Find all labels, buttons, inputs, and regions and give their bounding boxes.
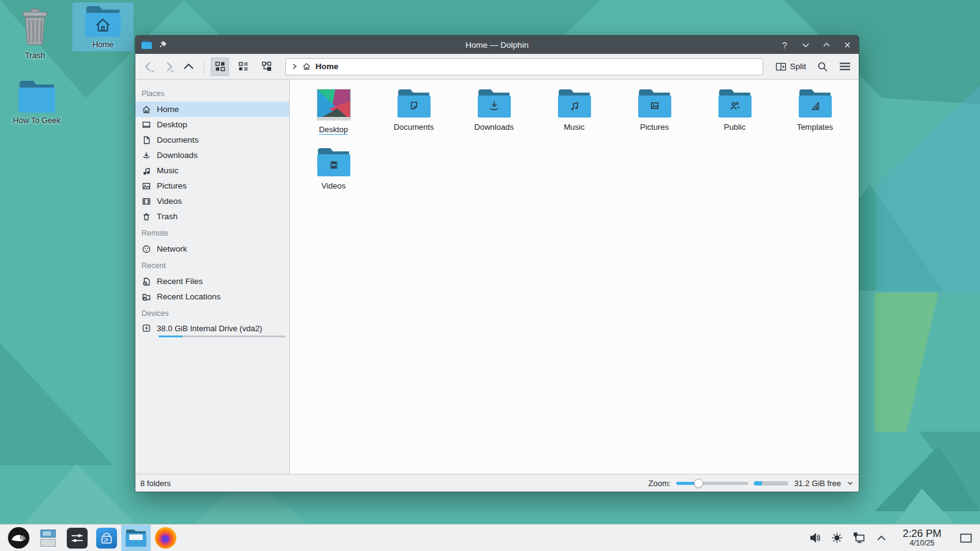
folder-item-pictures[interactable]: Pictures — [614, 87, 695, 146]
section-header-devices: Devices — [135, 304, 289, 321]
help-button[interactable]: ? — [779, 39, 790, 50]
folder-label: Public — [724, 123, 745, 131]
picture-icon — [141, 181, 151, 191]
virtual-desktop-pager[interactable] — [33, 525, 62, 551]
sidebar-item-label: Downloads — [157, 151, 198, 160]
breadcrumb-home[interactable]: Home — [315, 62, 339, 71]
tree-view-button[interactable] — [257, 58, 276, 76]
status-bar: 8 folders Zoom: 31.2 GiB free — [135, 474, 859, 492]
system-settings-launcher[interactable] — [62, 525, 92, 551]
folder-item-videos[interactable]: Videos — [293, 146, 374, 204]
folder-item-documents[interactable]: Documents — [374, 87, 454, 146]
split-button[interactable]: Split — [772, 59, 810, 74]
folder-label: Downloads — [474, 123, 513, 131]
firefox-launcher[interactable] — [151, 525, 180, 551]
people-emblem-icon — [727, 99, 743, 114]
brightness-icon[interactable] — [831, 531, 843, 544]
discover-launcher[interactable] — [92, 525, 121, 551]
details-view-button[interactable] — [234, 58, 252, 76]
volume-icon[interactable] — [809, 531, 821, 544]
music-note-icon — [141, 166, 151, 176]
maximize-button[interactable] — [821, 39, 832, 50]
zoom-label: Zoom: — [649, 479, 671, 488]
sidebar-item-desktop[interactable]: Desktop — [135, 117, 289, 132]
sidebar-item-pictures[interactable]: Pictures — [135, 178, 289, 193]
drive-usage-bar — [159, 335, 285, 337]
app-launcher-button[interactable] — [4, 525, 33, 551]
free-space-bar — [754, 481, 788, 485]
zoom-slider-handle[interactable] — [694, 479, 703, 488]
show-desktop-button[interactable] — [957, 525, 975, 551]
pager-icon — [40, 530, 56, 547]
network-icon[interactable] — [853, 531, 866, 545]
folder-label: Videos — [322, 182, 346, 190]
back-button[interactable] — [143, 60, 156, 73]
pin-icon[interactable] — [158, 40, 167, 50]
tray-expander-chevron-icon[interactable] — [875, 532, 888, 544]
minimize-button[interactable] — [800, 39, 811, 50]
sidebar-item-downloads[interactable]: Downloads — [135, 148, 289, 163]
film-emblem-icon — [326, 157, 342, 173]
sidebar-item-recent-files[interactable]: Recent Files — [135, 274, 289, 289]
sidebar-item-internal-drive[interactable]: 38.0 GiB Internal Drive (vda2) — [135, 321, 289, 337]
taskbar: 2:26 PM 4/10/25 — [0, 524, 980, 551]
dolphin-window: Home — Dolphin ? — [135, 36, 859, 492]
home-folder-icon — [85, 6, 121, 37]
template-emblem-icon — [807, 99, 823, 114]
forward-button[interactable] — [162, 60, 176, 73]
opensuse-logo-icon — [8, 527, 29, 549]
folder-item-music[interactable]: Music — [534, 87, 614, 146]
zoom-slider[interactable] — [676, 479, 748, 488]
desktop-icon-how-to-geek[interactable]: How To Geek — [5, 77, 69, 127]
section-header-remote: Remote — [135, 224, 289, 241]
digital-clock[interactable]: 2:26 PM 4/10/25 — [903, 528, 941, 547]
section-header-places: Places — [135, 84, 289, 102]
sidebar-item-trash[interactable]: Trash — [135, 209, 289, 224]
sidebar-item-documents[interactable]: Documents — [135, 132, 289, 148]
icons-view-button[interactable] — [211, 58, 229, 76]
desktop-icon-label: Trash — [25, 51, 45, 60]
sidebar-item-network[interactable]: Network — [135, 241, 289, 257]
home-icon — [302, 62, 311, 71]
firefox-icon — [155, 527, 176, 549]
desktop-preview-thumbnail — [317, 89, 350, 120]
folder-item-desktop[interactable]: Desktop — [293, 87, 374, 146]
sidebar-item-label: Desktop — [157, 120, 187, 129]
desktop-icon-trash[interactable]: Trash — [9, 4, 61, 62]
breadcrumb-chevron-icon[interactable] — [291, 63, 298, 70]
task-dolphin[interactable] — [121, 525, 151, 551]
show-desktop-icon — [960, 533, 972, 543]
split-view-icon — [775, 62, 786, 72]
sidebar-item-label: Documents — [157, 135, 198, 144]
items-count: 8 folders — [140, 479, 171, 488]
download-emblem-icon — [486, 99, 502, 114]
up-button[interactable] — [182, 60, 195, 73]
sidebar-item-music[interactable]: Music — [135, 163, 289, 178]
menu-button[interactable] — [835, 58, 854, 76]
document-emblem-icon — [406, 99, 422, 114]
window-titlebar[interactable]: Home — Dolphin ? — [135, 36, 859, 54]
home-icon — [141, 105, 151, 114]
sidebar-item-label: Home — [157, 105, 179, 114]
sidebar-item-label: Videos — [157, 197, 182, 206]
trash-icon — [141, 212, 151, 222]
close-button[interactable] — [842, 39, 853, 50]
video-icon — [141, 197, 151, 206]
dolphin-icon — [126, 530, 146, 547]
desktop-icon-home[interactable]: Home — [72, 2, 134, 51]
search-button[interactable] — [813, 58, 832, 76]
sidebar-item-label: Network — [157, 244, 187, 253]
search-icon — [817, 61, 828, 72]
free-space-menu-chevron-icon[interactable] — [846, 479, 854, 487]
sidebar-item-videos[interactable]: Videos — [135, 193, 289, 209]
desktop-icon-label: How To Geek — [13, 116, 61, 125]
sidebar-item-home[interactable]: Home — [135, 102, 289, 117]
folder-item-downloads[interactable]: Downloads — [454, 87, 534, 146]
folder-view[interactable]: Desktop Documents — [290, 80, 859, 474]
sidebar-item-label: 38.0 GiB Internal Drive (vda2) — [157, 324, 262, 333]
folder-item-public[interactable]: Public — [695, 87, 775, 146]
folder-item-templates[interactable]: Templates — [775, 87, 855, 146]
folder-label: Desktop — [319, 126, 349, 135]
sidebar-item-recent-locations[interactable]: Recent Locations — [135, 289, 289, 304]
location-bar[interactable]: Home — [285, 58, 763, 75]
